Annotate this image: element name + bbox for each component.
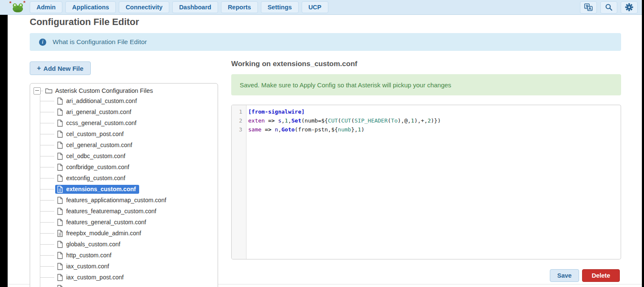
file-icon bbox=[57, 241, 63, 248]
tree-item-freepbx_module_admin.conf[interactable]: freepbx_module_admin.conf bbox=[40, 228, 218, 239]
file-icon bbox=[57, 274, 63, 281]
file-icon bbox=[57, 98, 63, 105]
tree-item-label: globals_custom.conf bbox=[66, 241, 120, 248]
code-text: exten => s,1,Set(numb=${CUT(CUT(SIP_HEAD… bbox=[246, 116, 441, 125]
top-navbar: * * AdminApplicationsConnectivityDashboa… bbox=[0, 0, 642, 15]
tree-item-label: cel_general_custom.conf bbox=[66, 142, 132, 148]
tree-item-label: features_featuremap_custom.conf bbox=[66, 208, 156, 215]
translate-icon bbox=[584, 3, 593, 11]
tree-item-iax_custom_post.conf[interactable]: iax_custom_post.conf bbox=[40, 272, 218, 283]
code-line: 3same => n,Goto(from-pstn,${numb},1) bbox=[232, 125, 621, 134]
tree-item-extconfig_custom.conf[interactable]: extconfig_custom.conf bbox=[40, 173, 218, 184]
file-icon bbox=[57, 153, 63, 160]
add-new-file-label: Add New File bbox=[43, 65, 83, 72]
file-icon bbox=[57, 175, 63, 182]
page-title: Configuration File Editor bbox=[30, 17, 139, 28]
nav-item-connectivity[interactable]: Connectivity bbox=[119, 1, 169, 13]
tree-item-label: extensions_custom.conf bbox=[66, 186, 136, 192]
logo-star-icon: * bbox=[9, 1, 11, 6]
config-file-tree: Asterisk Custom Configuration Files ari_… bbox=[30, 83, 218, 287]
tree-item-features_applicationmap_custom.conf[interactable]: features_applicationmap_custom.conf bbox=[40, 195, 218, 206]
tree-root-label: Asterisk Custom Configuration Files bbox=[55, 87, 153, 94]
tree-item-label: confbridge_custom.conf bbox=[66, 164, 129, 170]
nav-item-dashboard[interactable]: Dashboard bbox=[172, 1, 218, 13]
nav-item-ucp[interactable]: UCP bbox=[302, 1, 328, 13]
add-new-file-button[interactable]: + Add New File bbox=[30, 61, 91, 75]
success-banner: Saved. Make sure to Apply Config so that… bbox=[231, 74, 621, 95]
nav-item-admin[interactable]: Admin bbox=[30, 1, 62, 13]
file-icon bbox=[57, 252, 63, 259]
file-icon bbox=[57, 109, 63, 116]
tree-item-confbridge_custom.conf[interactable]: confbridge_custom.conf bbox=[40, 162, 218, 173]
file-icon bbox=[57, 208, 63, 215]
line-number: 3 bbox=[232, 125, 246, 134]
tree-item-label: cel_odbc_custom.conf bbox=[66, 153, 125, 159]
code-lines: 1[from-signalwire]2exten => s,1,Set(numb… bbox=[232, 105, 621, 134]
tree-item-features_general_custom.conf[interactable]: features_general_custom.conf bbox=[40, 217, 218, 228]
tree-item-extensions_custom.conf[interactable]: extensions_custom.conf bbox=[40, 184, 218, 195]
line-number: 2 bbox=[232, 116, 246, 125]
tree-item-label: ari_general_custom.conf bbox=[66, 109, 131, 115]
tree-item-cel_custom_post.conf[interactable]: cel_custom_post.conf bbox=[40, 128, 218, 139]
code-text: same => n,Goto(from-pstn,${numb},1) bbox=[246, 125, 364, 134]
tree-item-list: ari_additional_custom.conf ari_general_c… bbox=[40, 95, 218, 287]
tree-item-label: freepbx_module_admin.conf bbox=[66, 230, 141, 237]
success-banner-text: Saved. Make sure to Apply Config so that… bbox=[240, 81, 451, 89]
file-icon bbox=[57, 142, 63, 149]
code-editor[interactable]: 1[from-signalwire]2exten => s,1,Set(numb… bbox=[231, 105, 621, 259]
main-content: Configuration File Editor i What is Conf… bbox=[8, 15, 642, 287]
tree-item-label: iax_custom_post.conf bbox=[66, 274, 123, 281]
freepbx-window: * * AdminApplicationsConnectivityDashboa… bbox=[0, 0, 644, 287]
info-banner-text: What is Configuration File Editor bbox=[53, 38, 147, 46]
settings-button[interactable] bbox=[621, 1, 638, 14]
tree-item-label: http_custom.conf bbox=[66, 252, 112, 259]
tree-item-cel_general_custom.conf[interactable]: cel_general_custom.conf bbox=[40, 139, 218, 150]
main-menu: AdminApplicationsConnectivityDashboardRe… bbox=[30, 1, 328, 13]
tree-item-http_custom.conf[interactable]: http_custom.conf bbox=[40, 250, 218, 261]
delete-button[interactable]: Delete bbox=[582, 269, 620, 282]
info-icon: i bbox=[39, 39, 46, 46]
code-text: [from-signalwire] bbox=[246, 107, 305, 116]
tree-connector bbox=[41, 91, 43, 91]
file-text-icon bbox=[57, 230, 63, 237]
tree-item-ccss_general_custom.conf[interactable]: ccss_general_custom.conf bbox=[40, 117, 218, 128]
file-text-icon bbox=[57, 186, 63, 193]
info-banner[interactable]: i What is Configuration File Editor bbox=[30, 33, 621, 51]
tree-item[interactable] bbox=[40, 283, 218, 287]
window-right-edge bbox=[642, 0, 644, 287]
plus-icon: + bbox=[37, 64, 41, 72]
file-icon bbox=[57, 263, 63, 270]
tree-item-ari_general_custom.conf[interactable]: ari_general_custom.conf bbox=[40, 106, 218, 117]
code-line: 1[from-signalwire] bbox=[232, 107, 621, 116]
tree-item-label: ari_additional_custom.conf bbox=[66, 98, 137, 104]
save-button[interactable]: Save bbox=[550, 269, 579, 282]
file-icon bbox=[57, 164, 63, 171]
tree-item-ari_additional_custom.conf[interactable]: ari_additional_custom.conf bbox=[40, 95, 218, 106]
tree-item-iax_custom.conf[interactable]: iax_custom.conf bbox=[40, 261, 218, 272]
logo-star-icon: * bbox=[23, 1, 25, 5]
search-button[interactable] bbox=[600, 1, 617, 14]
tree-item-features_featuremap_custom.conf[interactable]: features_featuremap_custom.conf bbox=[40, 206, 218, 217]
translate-button[interactable] bbox=[580, 1, 597, 14]
search-icon bbox=[605, 3, 613, 11]
navbar-right-tools bbox=[580, 1, 638, 14]
working-on-heading: Working on extensions_custom.conf bbox=[231, 60, 357, 68]
tree-item-label: ccss_general_custom.conf bbox=[66, 120, 137, 126]
nav-item-reports[interactable]: Reports bbox=[221, 1, 258, 13]
code-line: 2exten => s,1,Set(numb=${CUT(CUT(SIP_HEA… bbox=[232, 116, 621, 125]
nav-item-applications[interactable]: Applications bbox=[65, 1, 116, 13]
tree-item-globals_custom.conf[interactable]: globals_custom.conf bbox=[40, 239, 218, 250]
tree-item-cel_odbc_custom.conf[interactable]: cel_odbc_custom.conf bbox=[40, 150, 218, 162]
file-icon bbox=[57, 197, 63, 204]
nav-item-settings[interactable]: Settings bbox=[261, 1, 299, 13]
file-icon bbox=[57, 120, 63, 127]
folder-icon bbox=[45, 88, 53, 94]
collapse-toggle-icon[interactable] bbox=[34, 87, 41, 95]
tree-root-node[interactable]: Asterisk Custom Configuration Files bbox=[34, 86, 218, 95]
tree-item-label: iax_custom.conf bbox=[66, 263, 109, 270]
tree-item-label: features_applicationmap_custom.conf bbox=[66, 197, 166, 203]
file-icon bbox=[57, 131, 63, 138]
tree-item-label: cel_custom_post.conf bbox=[66, 131, 123, 137]
freepbx-logo[interactable]: * * bbox=[9, 1, 26, 14]
line-number: 1 bbox=[232, 107, 246, 116]
